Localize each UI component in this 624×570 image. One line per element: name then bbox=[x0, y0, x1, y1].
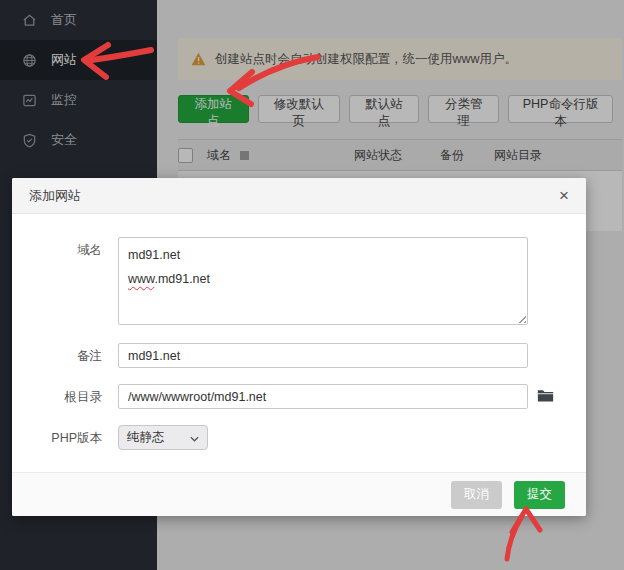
modal-title: 添加网站 bbox=[29, 187, 559, 205]
folder-icon[interactable] bbox=[537, 388, 554, 402]
domain-label: 域名 bbox=[30, 237, 102, 263]
misspelled-text: www bbox=[128, 272, 154, 286]
root-field-row: 根目录 bbox=[12, 384, 586, 410]
note-input[interactable] bbox=[118, 343, 528, 368]
note-label: 备注 bbox=[30, 343, 102, 369]
php-field-row: PHP版本 纯静态 bbox=[12, 425, 586, 451]
domain-textarea[interactable]: md91.net www.md91.net bbox=[118, 237, 528, 325]
domain-field-row: 域名 md91.net www.md91.net bbox=[12, 237, 586, 325]
textarea-resize-handle[interactable] bbox=[516, 313, 526, 323]
modal-header: 添加网站 × bbox=[12, 178, 586, 214]
chevron-down-icon bbox=[190, 431, 199, 445]
domain-line: md91.net bbox=[128, 243, 518, 267]
php-version-value: 纯静态 bbox=[127, 429, 190, 446]
root-directory-input[interactable] bbox=[118, 384, 528, 409]
add-site-modal: 添加网站 × 域名 md91.net www.md91.net 备注 根目录 bbox=[12, 178, 586, 516]
php-version-label: PHP版本 bbox=[30, 425, 102, 451]
cancel-button[interactable]: 取消 bbox=[451, 481, 502, 509]
close-icon[interactable]: × bbox=[559, 187, 569, 204]
domain-line: www.md91.net bbox=[128, 267, 518, 291]
root-label: 根目录 bbox=[30, 384, 102, 410]
modal-body: 域名 md91.net www.md91.net 备注 根目录 PHP bbox=[12, 214, 586, 472]
app-root: 首页 网站 监控 安全 创建站点时会自动创建权限配置，统一使用www bbox=[0, 0, 624, 570]
note-field-row: 备注 bbox=[12, 343, 586, 369]
php-version-select[interactable]: 纯静态 bbox=[118, 425, 208, 450]
modal-footer: 取消 提交 bbox=[12, 472, 586, 516]
submit-button[interactable]: 提交 bbox=[514, 481, 565, 509]
